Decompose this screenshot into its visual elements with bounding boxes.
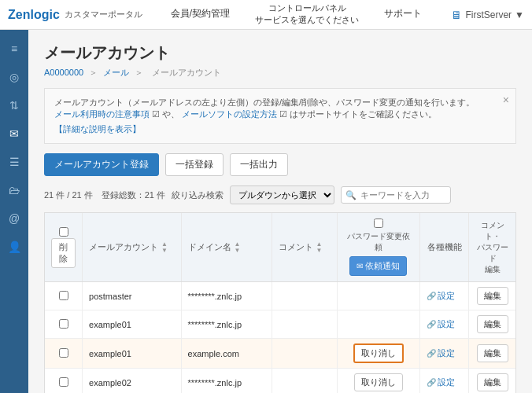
row-checkbox[interactable] (59, 319, 68, 329)
settings-link[interactable]: 🔗 設定 (427, 376, 463, 388)
sidebar-icon-menu[interactable]: ≡ (2, 36, 27, 61)
info-close-button[interactable]: × (503, 94, 509, 106)
nav-control-panel[interactable]: コントロールパネル サービスを選んでください (242, 0, 371, 30)
top-navigation: Zenlogic カスタマーポータル 会員/契約管理 コントロールパネル サービ… (0, 0, 532, 30)
row-functions-cell: 🔗 設定 (419, 310, 469, 339)
settings-icon: 🔗 (427, 349, 436, 358)
toolbar: メールアカウント登録 一括登録 一括出力 (44, 153, 516, 176)
user-dropdown-arrow[interactable]: ▼ (515, 9, 524, 20)
email-table: 削除 メールアカウント ▲▼ ドメイン名 ▲▼ (45, 213, 515, 393)
sort-domain-arrows[interactable]: ▲▼ (235, 241, 241, 254)
table-body: postmaster********.znlc.jp🔗 設定編集example0… (45, 282, 515, 394)
logo-area: Zenlogic カスタマーポータル (8, 8, 142, 22)
row-checkbox-cell (45, 339, 83, 369)
table-row: example01example.com取り消し🔗 設定編集 (45, 339, 515, 369)
select-all-checkbox[interactable] (59, 227, 68, 237)
search-input-wrap: 🔍 (341, 186, 451, 204)
search-icon: 🔍 (345, 190, 357, 200)
sidebar-icon-list[interactable]: ☰ (2, 149, 27, 174)
th-domain: ドメイン名 ▲▼ (181, 213, 272, 282)
th-pwd-change: パスワード変更依頼 ✉ 依頼通知 (338, 213, 420, 282)
main-layout: ≡ ◎ ⇅ ✉ ☰ 🗁 @ 👤 メールアカウント A0000000 ＞ メール … (0, 30, 532, 393)
row-pwd-cell (338, 282, 420, 310)
user-label: FirstServer (465, 9, 512, 20)
sort-comment-arrows[interactable]: ▲▼ (316, 241, 323, 254)
info-link1[interactable]: メール利用時の注意事項 (54, 109, 150, 119)
row-domain: ********.znlc.jp (181, 369, 272, 394)
breadcrumb-mail[interactable]: メール (103, 68, 129, 77)
detail-link[interactable]: 【詳細な説明を表示】 (54, 123, 141, 135)
sidebar-icon-mail[interactable]: ✉ (2, 121, 27, 146)
row-pwd-cell (338, 310, 420, 339)
settings-icon: 🔗 (427, 320, 436, 329)
sort-mail-arrows[interactable]: ▲▼ (161, 241, 168, 254)
nav-cp-line1: コントロールパネル (268, 2, 346, 14)
th-comment-edit: コメント・ パスワード 編集 (469, 213, 515, 282)
breadcrumb-root[interactable]: A0000000 (44, 68, 83, 77)
email-table-wrap: 削除 メールアカウント ▲▼ ドメイン名 ▲▼ (44, 212, 516, 393)
edit-button[interactable]: 編集 (477, 287, 508, 305)
logo-sub: カスタマーポータル (65, 9, 142, 20)
row-checkbox-cell (45, 282, 83, 310)
breadcrumb-sep2: ＞ (135, 68, 146, 77)
server-icon: 🖥 (451, 9, 462, 21)
search-input[interactable] (341, 186, 451, 204)
nav-items: 会員/契約管理 コントロールパネル サービスを選んでください サポート (158, 0, 452, 30)
row-mail: example01 (83, 339, 181, 369)
settings-link[interactable]: 🔗 設定 (427, 318, 463, 330)
row-comment (272, 310, 338, 339)
row-comment (272, 282, 338, 310)
delete-button[interactable]: 削除 (51, 238, 76, 268)
row-comment (272, 339, 338, 369)
notify-button[interactable]: ✉ 依頼通知 (349, 256, 407, 276)
sidebar-icon-arrows[interactable]: ⇅ (2, 93, 27, 118)
breadcrumb-current: メールアカウント (152, 68, 221, 77)
user-area: 🖥 FirstServer ▼ (451, 9, 524, 21)
info-link2[interactable]: メールソフトの設定方法 (182, 109, 277, 119)
row-checkbox[interactable] (59, 291, 68, 300)
th-functions: 各種機能 (419, 213, 469, 282)
notify-mail-icon: ✉ (357, 262, 363, 270)
page-title: メールアカウント (44, 42, 516, 64)
sidebar-icon-folder[interactable]: 🗁 (2, 178, 27, 203)
row-checkbox[interactable] (59, 348, 68, 358)
row-functions-cell: 🔗 設定 (419, 339, 469, 369)
nav-members[interactable]: 会員/契約管理 (158, 0, 242, 30)
main-content: メールアカウント A0000000 ＞ メール ＞ メールアカウント × メール… (28, 30, 532, 393)
settings-icon: 🔗 (427, 292, 436, 300)
row-mail: example01 (83, 310, 181, 339)
edit-button[interactable]: 編集 (477, 315, 508, 333)
export-button[interactable]: 一括出力 (230, 153, 288, 176)
row-mail: example02 (83, 369, 181, 394)
row-domain: example.com (181, 339, 272, 369)
th-comment: コメント ▲▼ (272, 213, 338, 282)
cancel-notify-button[interactable]: 取り消し (354, 373, 403, 391)
sidebar-icon-at[interactable]: @ (2, 206, 27, 231)
edit-button[interactable]: 編集 (477, 344, 508, 362)
cancel-notify-button[interactable]: 取り消し (353, 343, 404, 363)
nav-support[interactable]: サポート (371, 0, 434, 30)
row-functions-cell: 🔗 設定 (419, 282, 469, 310)
row-pwd-cell: 取り消し (338, 369, 420, 394)
sidebar-icon-user[interactable]: 👤 (2, 234, 27, 259)
table-header-row: 削除 メールアカウント ▲▼ ドメイン名 ▲▼ (45, 213, 515, 282)
filter-select[interactable]: プルダウンから選択 (230, 185, 334, 204)
settings-link[interactable]: 🔗 設定 (427, 347, 463, 359)
bulk-register-button[interactable]: 一括登録 (165, 153, 224, 176)
notify-btn-label: 依頼通知 (365, 260, 400, 272)
row-functions-cell: 🔗 設定 (419, 369, 469, 394)
edit-button[interactable]: 編集 (477, 373, 508, 391)
sidebar: ≡ ◎ ⇅ ✉ ☰ 🗁 @ 👤 (0, 30, 28, 393)
row-pwd-cell: 取り消し (338, 339, 420, 369)
row-checkbox-cell (45, 310, 83, 339)
register-button[interactable]: メールアカウント登録 (44, 153, 159, 176)
filter-label: 絞り込み検索 (172, 189, 224, 201)
table-row: example01********.znlc.jp🔗 設定編集 (45, 310, 515, 339)
row-checkbox[interactable] (59, 377, 68, 387)
table-row: example02********.znlc.jp取り消し🔗 設定編集 (45, 369, 515, 394)
nav-cp-line2: サービスを選んでください (255, 14, 359, 26)
breadcrumb: A0000000 ＞ メール ＞ メールアカウント (44, 67, 516, 79)
sidebar-icon-home[interactable]: ◎ (2, 64, 27, 90)
pwd-select-all-checkbox[interactable] (374, 219, 383, 228)
settings-link[interactable]: 🔗 設定 (427, 290, 463, 302)
